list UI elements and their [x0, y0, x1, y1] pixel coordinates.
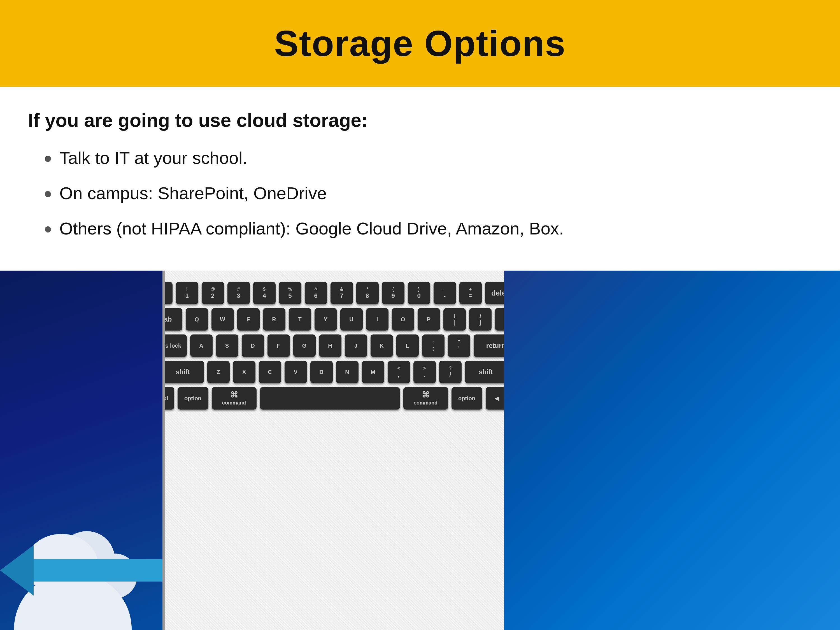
key-semicolon: :;	[422, 335, 445, 357]
key-tab: tab	[165, 308, 182, 330]
key-space	[260, 387, 400, 409]
key-z: Z	[207, 361, 230, 383]
key-0: )0	[408, 282, 430, 304]
key-q: Q	[186, 308, 208, 330]
key-3: #3	[227, 282, 250, 304]
bullet-dot	[45, 191, 51, 197]
key-u: U	[340, 308, 363, 330]
key-control: control	[165, 387, 174, 409]
key-8: *8	[356, 282, 379, 304]
cloud-image	[0, 271, 163, 630]
key-period: >.	[414, 361, 436, 383]
laptop-keyboard-image: ~` !1 @2 #3 $4 %5 ^6 &7 *8 (9 )0 _- += d…	[165, 271, 504, 630]
bullet-dot	[45, 156, 51, 162]
arrow-container	[0, 556, 163, 584]
key-arrow-left: ◀	[486, 387, 504, 409]
keyboard-area: ~` !1 @2 #3 $4 %5 ^6 &7 *8 (9 )0 _- += d…	[173, 276, 496, 419]
key-g: G	[293, 335, 316, 357]
key-row-numbers: ~` !1 @2 #3 $4 %5 ^6 &7 *8 (9 )0 _- += d…	[179, 282, 490, 304]
key-n: N	[336, 361, 358, 383]
key-option-r: option	[452, 387, 482, 409]
key-row-asdf: caps lock A S D F G H J K L :; "' return	[179, 335, 490, 357]
list-item: Talk to IT at your school.	[45, 148, 812, 168]
key-tilde: ~`	[165, 282, 172, 304]
bullet-text-1: Talk to IT at your school.	[59, 148, 247, 168]
key-shift-l: shift	[165, 361, 204, 383]
key-quote: "'	[448, 335, 470, 357]
key-bracket-l: {[	[444, 308, 466, 330]
key-caps-lock: caps lock	[165, 335, 187, 357]
key-return: return	[474, 335, 504, 357]
key-row-bottom: fn control option ⌘ command ⌘ command o	[179, 387, 490, 409]
content-area: If you are going to use cloud storage: T…	[0, 87, 840, 271]
key-t: T	[289, 308, 311, 330]
key-5: %5	[279, 282, 302, 304]
key-j: J	[345, 335, 367, 357]
key-equals: +=	[459, 282, 482, 304]
key-p: P	[418, 308, 440, 330]
key-9: (9	[382, 282, 404, 304]
key-option-l: option	[178, 387, 208, 409]
key-k: K	[371, 335, 393, 357]
bullet-text-2: On campus: SharePoint, OneDrive	[59, 183, 327, 203]
command-key-label: command	[222, 400, 246, 406]
key-x: X	[233, 361, 256, 383]
key-c: C	[259, 361, 281, 383]
bullet-dot	[45, 226, 51, 232]
key-backslash: |\	[495, 308, 504, 330]
key-comma: <,	[388, 361, 410, 383]
key-7: &7	[330, 282, 353, 304]
key-v: V	[284, 361, 307, 383]
key-y: Y	[314, 308, 337, 330]
key-minus: _-	[434, 282, 456, 304]
key-i: I	[366, 308, 388, 330]
image-section: ~` !1 @2 #3 $4 %5 ^6 &7 *8 (9 )0 _- += d…	[0, 271, 840, 630]
key-d: D	[242, 335, 264, 357]
bullet-list: Talk to IT at your school. On campus: Sh…	[28, 148, 812, 238]
key-m: M	[362, 361, 384, 383]
key-6: ^6	[305, 282, 327, 304]
key-shift-r: shift	[465, 361, 504, 383]
key-h: H	[319, 335, 341, 357]
key-row-zxcv: shift Z X C V B N M <, >. ?/ shift	[179, 361, 490, 383]
key-f: F	[267, 335, 290, 357]
slide-header: Storage Options	[0, 0, 840, 87]
key-s: S	[216, 335, 238, 357]
key-slash: ?/	[439, 361, 462, 383]
arrow-shaft	[17, 559, 163, 581]
key-l: L	[396, 335, 419, 357]
key-a: A	[190, 335, 213, 357]
key-row-qwerty: tab Q W E R T Y U I O P {[ }] |\	[179, 308, 490, 330]
key-w: W	[212, 308, 234, 330]
key-4: $4	[253, 282, 276, 304]
arrow-head	[0, 545, 34, 595]
vertical-divider	[163, 271, 165, 630]
list-item: On campus: SharePoint, OneDrive	[45, 183, 812, 203]
key-command-r: ⌘ command	[403, 387, 448, 409]
section-heading: If you are going to use cloud storage:	[28, 109, 812, 131]
key-bracket-r: }]	[469, 308, 491, 330]
key-r: R	[263, 308, 286, 330]
key-command-l: ⌘ command	[212, 387, 257, 409]
key-1: !1	[176, 282, 198, 304]
bullet-text-3: Others (not HIPAA compliant): Google Clo…	[59, 218, 564, 238]
blue-panel: https://pixabay.com/photos/cloud-informa…	[504, 271, 840, 630]
key-2: @2	[202, 282, 224, 304]
list-item: Others (not HIPAA compliant): Google Clo…	[45, 218, 812, 238]
key-b: B	[310, 361, 333, 383]
key-delete: delete	[485, 282, 504, 304]
slide-title: Storage Options	[274, 22, 566, 65]
key-e: E	[237, 308, 260, 330]
key-o: O	[392, 308, 414, 330]
